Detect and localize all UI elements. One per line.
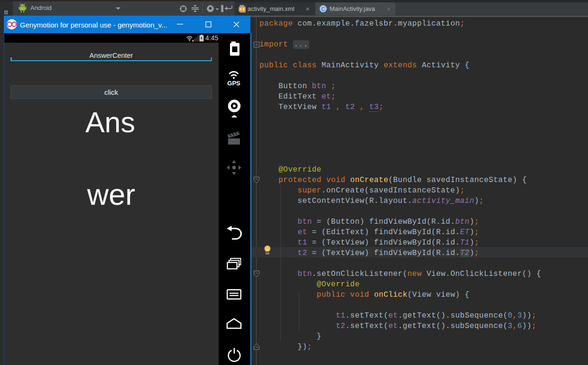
svg-text:GPS: GPS xyxy=(227,80,240,87)
svg-text:C: C xyxy=(322,6,325,12)
